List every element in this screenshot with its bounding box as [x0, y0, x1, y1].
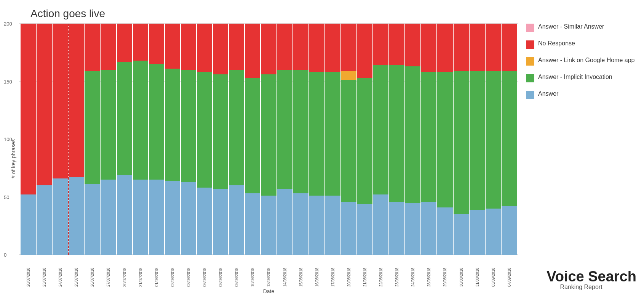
bar-segment-answer [261, 196, 276, 255]
bar-segment-implicit [101, 70, 116, 180]
bar-segment-implicit [181, 70, 196, 182]
bar-group [357, 24, 372, 255]
bar-segment-implicit [133, 61, 148, 180]
bar-segment-no_response [486, 24, 501, 71]
action-live-dashed-line [68, 24, 69, 255]
x-tick-label: 23/08/2018 [389, 256, 404, 287]
bar-segment-no_response [293, 24, 308, 70]
bar-segment-answer [421, 202, 436, 255]
legend-item: Answer - Similar Answer [526, 23, 636, 32]
bar-segment-implicit [277, 70, 292, 189]
bar-segment-implicit [389, 65, 404, 202]
x-tick-label: 31/08/2018 [470, 256, 485, 287]
bar-segment-implicit [245, 78, 260, 193]
legend: Answer - Similar AnswerNo ResponseAnswer… [526, 23, 636, 99]
bar-segment-answer [165, 181, 180, 255]
chart-area: Action goes live # of key phrases 050100… [8, 8, 518, 294]
bar-segment-answer [309, 196, 324, 255]
bar-segment-no_response [373, 24, 388, 65]
bar-segment-link [341, 71, 356, 80]
bar-segment-answer [341, 202, 356, 255]
x-tick-label: 30/07/2018 [117, 256, 132, 287]
x-tick-label: 15/08/2018 [293, 256, 308, 287]
bars-container [19, 24, 518, 255]
bar-segment-implicit [149, 64, 164, 180]
bar-segment-implicit [486, 71, 501, 209]
x-tick-label: 14/08/2018 [277, 256, 292, 287]
bar-segment-no_response [325, 24, 340, 72]
x-tick-label: 23/07/2018 [37, 256, 52, 287]
bar-segment-no_response [165, 24, 180, 69]
bar-group [405, 24, 420, 255]
bar-segment-answer [245, 193, 260, 255]
x-tick-label: 26/07/2018 [85, 256, 100, 287]
bar-group [421, 24, 436, 255]
legend-label: Answer - Link on Google Home app [538, 56, 634, 64]
bar-segment-implicit [470, 71, 485, 210]
bar-segment-answer [357, 204, 372, 255]
bar-segment-answer [37, 185, 52, 255]
bar-segment-answer [325, 196, 340, 255]
bar-segment-no_response [213, 24, 228, 74]
x-tick-label: 10/08/2018 [245, 256, 260, 287]
bar-segment-answer [69, 177, 84, 255]
bar-group [181, 24, 196, 255]
bar-group [37, 24, 52, 255]
x-tick-label: 20/08/2018 [341, 256, 356, 287]
bar-segment-answer [85, 184, 100, 255]
legend-color-box [526, 57, 534, 66]
x-tick-label: 30/08/2018 [454, 256, 469, 287]
bar-segment-answer [437, 207, 452, 255]
x-tick-label: 28/08/2018 [421, 256, 436, 287]
bar-segment-no_response [277, 24, 292, 70]
legend-color-box [526, 74, 534, 82]
y-tick-label: 200 [4, 21, 12, 27]
x-tick-label: 25/07/2018 [69, 256, 84, 287]
x-tick-label: 24/08/2018 [405, 256, 420, 287]
x-tick-label: 09/08/2018 [229, 256, 244, 287]
bar-segment-answer [181, 182, 196, 255]
bar-segment-implicit [309, 72, 324, 196]
brand-main: Voice Search [526, 269, 636, 284]
bar-segment-no_response [357, 24, 372, 78]
bar-segment-no_response [261, 24, 276, 74]
bar-segment-implicit [229, 70, 244, 185]
bar-segment-answer [197, 188, 212, 255]
bar-segment-implicit [85, 71, 100, 184]
bar-group [53, 24, 68, 255]
y-tick-label: 50 [4, 194, 9, 200]
bar-segment-no_response [21, 24, 36, 194]
bar-segment-answer [486, 209, 501, 255]
bar-segment-no_response [245, 24, 260, 78]
x-tick-label: 27/07/2018 [101, 256, 116, 287]
bar-segment-answer [213, 189, 228, 255]
bar-segment-answer [133, 180, 148, 255]
bar-group [101, 24, 116, 255]
bar-segment-implicit [197, 72, 212, 188]
legend-label: No Response [538, 40, 575, 48]
bar-segment-no_response [341, 24, 356, 71]
legend-color-box [526, 24, 534, 32]
grid-and-bars: 050100150200 [19, 24, 518, 255]
bar-group [117, 24, 132, 255]
legend-item: No Response [526, 40, 636, 49]
bar-segment-no_response [101, 24, 116, 70]
right-panel: Answer - Similar AnswerNo ResponseAnswer… [518, 8, 640, 294]
bar-segment-answer [149, 180, 164, 255]
bar-segment-answer [229, 185, 244, 255]
bar-segment-implicit [293, 70, 308, 193]
legend-label: Answer [538, 90, 558, 98]
bar-group [437, 24, 452, 255]
bar-segment-no_response [405, 24, 420, 66]
bar-segment-implicit [213, 74, 228, 189]
chart-inner: # of key phrases 050100150200 20/07/2018… [8, 24, 518, 294]
x-tick-label: 02/08/2018 [165, 256, 180, 287]
chart-plot-area: 050100150200 20/07/201823/07/201824/07/2… [19, 24, 518, 294]
x-axis: 20/07/201823/07/201824/07/201825/07/2018… [19, 256, 518, 287]
x-tick-label: 03/08/2018 [181, 256, 196, 287]
bar-segment-no_response [389, 24, 404, 65]
bar-segment-answer [470, 210, 485, 255]
bar-segment-implicit [325, 72, 340, 196]
x-tick-label: 01/08/2018 [149, 256, 164, 287]
bar-segment-implicit [341, 80, 356, 201]
